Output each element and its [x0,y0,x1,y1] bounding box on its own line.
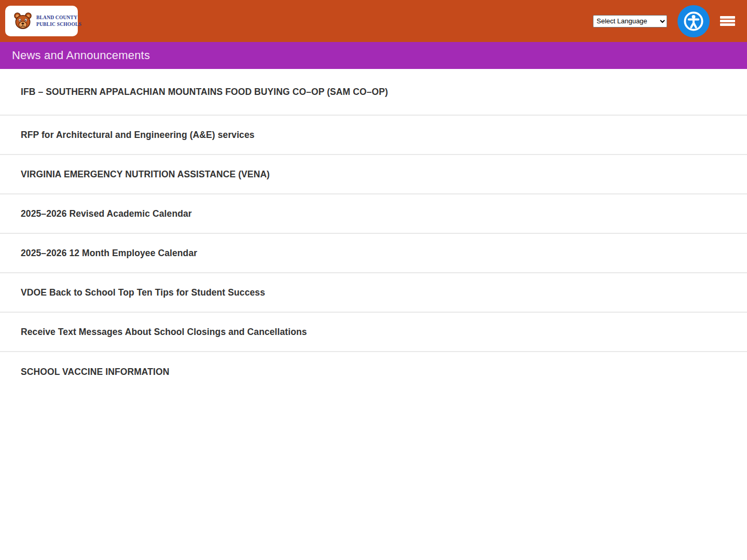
school-logo[interactable]: BLAND COUNTY PUBLIC SCHOOLS [5,6,78,36]
news-item-title[interactable]: VDOE Back to School Top Ten Tips for Stu… [21,287,265,298]
news-item[interactable]: 2025–2026 Revised Academic Calendar [0,194,747,234]
news-item[interactable]: 2025–2026 12 Month Employee Calendar [0,234,747,273]
news-item-title[interactable]: IFB – SOUTHERN APPALACHIAN MOUNTAINS FOO… [21,87,388,97]
page-title: News and Announcements [12,49,150,62]
accessibility-button[interactable] [677,5,710,37]
news-item[interactable]: IFB – SOUTHERN APPALACHIAN MOUNTAINS FOO… [0,69,747,116]
school-logo-text: BLAND COUNTY PUBLIC SCHOOLS [36,15,81,27]
bear-mascot-icon [13,11,33,31]
header-controls: Select Language [593,5,735,37]
news-list: IFB – SOUTHERN APPALACHIAN MOUNTAINS FOO… [0,69,747,391]
language-select[interactable]: Select Language [593,15,667,27]
news-item[interactable]: VIRGINIA EMERGENCY NUTRITION ASSISTANCE … [0,155,747,194]
news-item[interactable]: Receive Text Messages About School Closi… [0,313,747,352]
hamburger-menu-icon [720,23,735,26]
news-item-title[interactable]: Receive Text Messages About School Closi… [21,327,307,338]
news-item-title[interactable]: 2025–2026 Revised Academic Calendar [21,208,192,219]
hamburger-menu-button[interactable] [720,16,735,26]
page-banner: News and Announcements [0,42,747,69]
school-logo-line2: PUBLIC SCHOOLS [36,22,81,27]
news-item-title[interactable]: RFP for Architectural and Engineering (A… [21,130,255,141]
news-item[interactable]: RFP for Architectural and Engineering (A… [0,116,747,155]
news-item[interactable]: VDOE Back to School Top Ten Tips for Stu… [0,273,747,313]
news-item-title[interactable]: 2025–2026 12 Month Employee Calendar [21,248,197,259]
hamburger-menu-icon [720,20,735,22]
news-item-title[interactable]: VIRGINIA EMERGENCY NUTRITION ASSISTANCE … [21,169,270,180]
news-item[interactable]: SCHOOL VACCINE INFORMATION [0,352,747,391]
site-header: BLAND COUNTY PUBLIC SCHOOLS Select Langu… [0,0,747,42]
hamburger-menu-icon [720,16,735,19]
news-item-title[interactable]: SCHOOL VACCINE INFORMATION [21,367,170,377]
school-logo-line1: BLAND COUNTY [36,15,77,20]
universal-access-icon [682,9,706,33]
